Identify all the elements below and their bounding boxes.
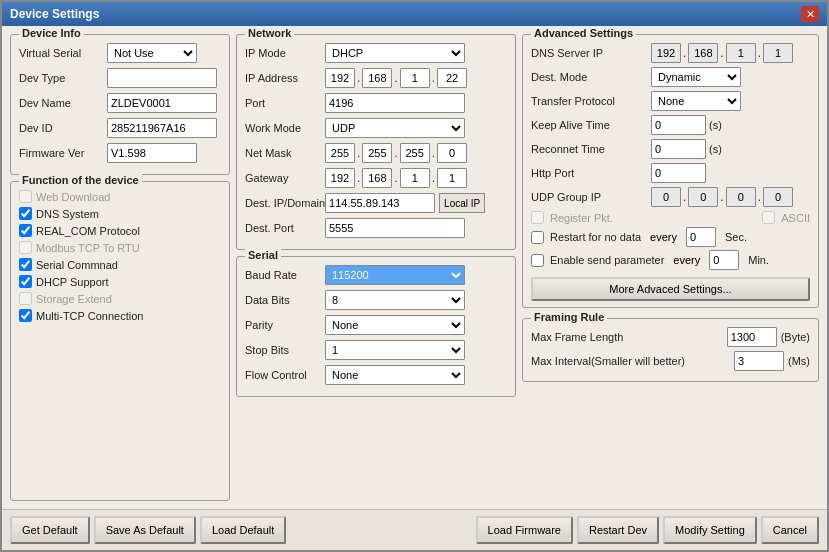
content-area: Device Info Virtual Serial Not Use COM1 … [2,26,827,509]
restart-check[interactable] [531,231,544,244]
firmware-ver-input[interactable] [107,143,197,163]
func-web-download: Web Download [19,190,221,203]
reconnet-input[interactable] [651,139,706,159]
enable-send-input[interactable] [709,250,739,270]
middle-column: Network IP Mode DHCP Static BOOTP IP Add… [236,34,516,501]
dev-name-label: Dev Name [19,97,107,109]
ascii-check[interactable] [762,211,775,224]
gateway-row: Gateway . . . [245,168,507,188]
dest-ip-row: Dest. IP/Domain Local IP [245,193,507,213]
ip-seg1[interactable] [325,68,355,88]
virtual-serial-select[interactable]: Not Use COM1 COM2 [107,43,197,63]
close-button[interactable]: ✕ [801,6,819,22]
data-bits-select[interactable]: 8 7 6 5 [325,290,465,310]
baud-rate-row: Baud Rate 115200 9600 19200 38400 57600 … [245,265,507,285]
get-default-button[interactable]: Get Default [10,516,90,544]
enable-send-check[interactable] [531,254,544,267]
func-serial-cmd-check[interactable] [19,258,32,271]
restart-label: Restart for no data [550,231,641,243]
modify-setting-button[interactable]: Modify Setting [663,516,757,544]
device-info-group: Device Info Virtual Serial Not Use COM1 … [10,34,230,175]
ip-seg4[interactable] [437,68,467,88]
http-port-input[interactable] [651,163,706,183]
stop-bits-select[interactable]: 1 1.5 2 [325,340,465,360]
restart-row: Restart for no data every Sec. [531,227,810,247]
dest-port-row: Dest. Port [245,218,507,238]
dns-seg4[interactable] [763,43,793,63]
serial-group: Serial Baud Rate 115200 9600 19200 38400… [236,256,516,397]
ip-seg3[interactable] [400,68,430,88]
load-firmware-button[interactable]: Load Firmware [476,516,573,544]
restart-dev-button[interactable]: Restart Dev [577,516,659,544]
footer-right: Load Firmware Restart Dev Modify Setting… [476,516,819,544]
main-window: Device Settings ✕ Device Info Virtual Se… [0,0,829,552]
gw-seg2[interactable] [362,168,392,188]
func-dns-system-check[interactable] [19,207,32,220]
cancel-button[interactable]: Cancel [761,516,819,544]
dns-seg1[interactable] [651,43,681,63]
transfer-protocol-label: Transfer Protocol [531,95,651,107]
dest-port-input[interactable] [325,218,465,238]
local-ip-button[interactable]: Local IP [439,193,485,213]
func-web-download-check[interactable] [19,190,32,203]
dev-id-input[interactable] [107,118,217,138]
work-mode-label: Work Mode [245,122,325,134]
dest-mode-row: Dest. Mode Dynamic Static [531,67,810,87]
dev-name-input[interactable] [107,93,217,113]
mask-seg1[interactable] [325,143,355,163]
mask-seg3[interactable] [400,143,430,163]
baud-rate-select[interactable]: 115200 9600 19200 38400 57600 230400 [325,265,465,285]
func-dns-system: DNS System [19,207,221,220]
func-real-com-check[interactable] [19,224,32,237]
ip-seg2[interactable] [362,68,392,88]
dev-type-input[interactable] [107,68,217,88]
dev-id-label: Dev ID [19,122,107,134]
load-default-button[interactable]: Load Default [200,516,286,544]
register-check[interactable] [531,211,544,224]
max-interval-input[interactable] [734,351,784,371]
dns-server-input: . . . [651,43,793,63]
max-frame-input[interactable] [727,327,777,347]
more-settings-button[interactable]: More Advaced Settings... [531,277,810,301]
dest-mode-select[interactable]: Dynamic Static [651,67,741,87]
func-storage-extend-check[interactable] [19,292,32,305]
max-frame-row: Max Frame Length (Byte) [531,327,810,347]
udp-seg4[interactable] [763,187,793,207]
func-modbus-tcp-check[interactable] [19,241,32,254]
func-dhcp-support-check[interactable] [19,275,32,288]
dest-ip-input[interactable] [325,193,435,213]
dns-seg3[interactable] [726,43,756,63]
restart-unit: Sec. [725,231,747,243]
ip-address-input: . . . [325,68,467,88]
mask-seg2[interactable] [362,143,392,163]
restart-input[interactable] [686,227,716,247]
udp-seg2[interactable] [688,187,718,207]
keep-alive-unit: (s) [709,119,722,131]
parity-label: Parity [245,319,325,331]
reconnet-unit: (s) [709,143,722,155]
udp-seg3[interactable] [726,187,756,207]
func-multi-tcp-check[interactable] [19,309,32,322]
gateway-input: . . . [325,168,467,188]
keep-alive-input[interactable] [651,115,706,135]
port-input[interactable] [325,93,465,113]
ip-mode-select[interactable]: DHCP Static BOOTP [325,43,465,63]
register-label: Register Pkt. [550,212,613,224]
flow-control-select[interactable]: None RTS/CTS XON/XOFF [325,365,465,385]
firmware-ver-label: Firmware Ver [19,147,107,159]
footer: Get Default Save As Default Load Default… [2,509,827,550]
dns-seg2[interactable] [688,43,718,63]
gw-seg4[interactable] [437,168,467,188]
udp-seg1[interactable] [651,187,681,207]
work-mode-select[interactable]: UDP TCP Server TCP Client [325,118,465,138]
gw-seg3[interactable] [400,168,430,188]
net-mask-label: Net Mask [245,147,325,159]
gw-seg1[interactable] [325,168,355,188]
transfer-protocol-select[interactable]: None Modbus RTU Modbus ASCII [651,91,741,111]
parity-select[interactable]: None Odd Even Mark Space [325,315,465,335]
ascii-label: ASCII [781,212,810,224]
save-as-default-button[interactable]: Save As Default [94,516,196,544]
mask-seg4[interactable] [437,143,467,163]
flow-control-label: Flow Control [245,369,325,381]
enable-send-unit: Min. [748,254,769,266]
